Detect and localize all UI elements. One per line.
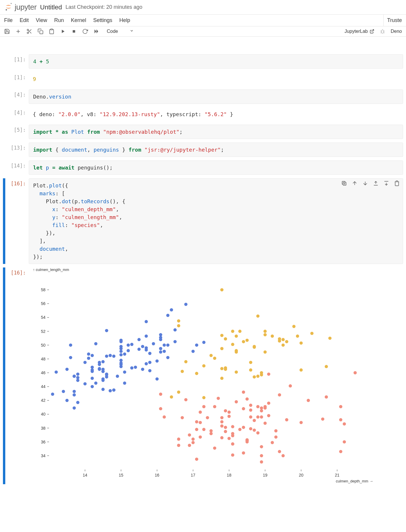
svg-text:34: 34	[41, 453, 45, 458]
menu-kernel[interactable]: Kernel	[71, 17, 86, 23]
svg-text:46: 46	[41, 370, 45, 375]
svg-point-306	[91, 385, 94, 388]
code-input[interactable]: Plot.plot({ marks: [ Plot.dot(p.toRecord…	[29, 178, 403, 264]
menu-view[interactable]: View	[36, 17, 47, 23]
svg-point-195	[184, 360, 187, 363]
svg-point-172	[202, 364, 205, 367]
code-input[interactable]: import * as Plot from "npm:@observablehq…	[29, 125, 403, 139]
code-input[interactable]: 4 + 5	[29, 54, 403, 69]
logo[interactable]: jupyter	[4, 2, 37, 12]
menu-run[interactable]: Run	[54, 17, 64, 23]
menu-file[interactable]: File	[4, 17, 13, 23]
svg-point-171	[310, 332, 314, 335]
svg-point-158	[260, 460, 263, 464]
svg-point-307	[119, 353, 123, 356]
code-input[interactable]: Deno.version	[29, 89, 403, 104]
output-prompt: [16]:	[5, 267, 29, 276]
move-down-icon[interactable]	[362, 180, 368, 186]
svg-rect-10	[51, 29, 53, 30]
svg-point-104	[300, 421, 303, 424]
svg-point-304	[98, 368, 101, 371]
svg-point-174	[195, 372, 198, 375]
svg-point-144	[213, 446, 216, 450]
code-input[interactable]: import { document, penguins } from "jsr:…	[29, 143, 403, 157]
cell-type-selector[interactable]: Code	[104, 28, 136, 35]
delete-icon[interactable]	[394, 180, 400, 186]
input-prompt: [5]:	[5, 125, 29, 133]
chevron-down-icon	[130, 29, 134, 34]
svg-point-156	[242, 426, 245, 429]
move-up-icon[interactable]	[352, 180, 358, 186]
svg-point-123	[209, 429, 213, 433]
svg-point-125	[177, 438, 180, 441]
svg-point-128	[339, 405, 342, 408]
svg-point-117	[217, 397, 220, 400]
svg-point-73	[321, 417, 324, 421]
code-cell[interactable]: [5]: import * as Plot from "npm:@observa…	[3, 125, 403, 139]
cell-toolbar	[341, 180, 400, 186]
svg-text:40: 40	[41, 412, 45, 416]
save-icon[interactable]	[4, 28, 10, 34]
svg-point-100	[220, 416, 224, 419]
svg-point-83	[220, 436, 224, 439]
code-cell[interactable]: [4]: Deno.version	[3, 89, 403, 104]
svg-point-201	[224, 337, 227, 340]
svg-point-113	[256, 415, 260, 419]
input-prompt: [16]:	[5, 178, 29, 187]
svg-point-248	[119, 350, 123, 353]
svg-text:19: 19	[263, 473, 268, 477]
notebook-title[interactable]: Untitled	[40, 4, 62, 11]
code-cell[interactable]: [16]: Plot.plot({ marks: [ Plot.dot(p.to…	[3, 178, 403, 264]
y-axis-label: ↑ culmen_length_mm	[33, 267, 403, 272]
svg-text:38: 38	[41, 426, 45, 431]
svg-point-105	[246, 397, 249, 401]
cut-icon[interactable]	[26, 28, 32, 34]
paste-icon[interactable]	[49, 28, 55, 34]
svg-point-223	[72, 406, 76, 410]
menu-help[interactable]: Help	[119, 17, 130, 23]
svg-point-216	[127, 343, 130, 347]
svg-text:54: 54	[41, 315, 45, 320]
svg-point-166	[235, 370, 238, 374]
copy-icon[interactable]	[38, 28, 43, 34]
svg-point-170	[220, 367, 224, 370]
output-cell: [16]: ↑ culmen_length_mm 343638404244464…	[3, 267, 403, 484]
svg-point-106	[274, 429, 278, 433]
input-prompt: [14]:	[5, 160, 29, 169]
svg-point-70	[206, 416, 209, 419]
stop-icon[interactable]	[71, 28, 77, 34]
svg-text:36: 36	[41, 440, 45, 444]
run-icon[interactable]	[60, 28, 66, 34]
svg-point-81	[343, 422, 346, 426]
svg-point-181	[209, 354, 213, 357]
svg-text:18: 18	[227, 473, 231, 477]
bug-icon[interactable]	[380, 28, 385, 34]
notebook: [1]: 4 + 5 [1]: 9 [4]: Deno.version [4]:…	[0, 37, 406, 494]
svg-point-292	[87, 357, 90, 360]
svg-marker-11	[62, 30, 65, 33]
code-cell[interactable]: [1]: 4 + 5	[3, 54, 403, 69]
menu-settings[interactable]: Settings	[93, 17, 112, 23]
kernel-name[interactable]: Deno	[391, 29, 402, 34]
restart-icon[interactable]	[82, 28, 88, 34]
duplicate-icon[interactable]	[341, 180, 347, 186]
jupyterlab-link[interactable]: JupyterLab	[345, 29, 374, 34]
svg-point-97	[260, 409, 263, 412]
add-cell-icon[interactable]	[15, 28, 21, 34]
svg-point-233	[94, 342, 97, 345]
output-prompt: [1]:	[5, 72, 29, 80]
menu-edit[interactable]: Edit	[20, 17, 29, 23]
code-cell[interactable]: [14]: let p = await penguins();	[3, 160, 403, 175]
trusted-indicator[interactable]: Truste	[383, 15, 402, 26]
svg-point-215	[87, 353, 90, 356]
svg-point-159	[242, 391, 245, 394]
code-cell[interactable]: [13]: import { document, penguins } from…	[3, 143, 403, 157]
svg-point-95	[224, 409, 227, 412]
run-all-icon[interactable]	[93, 28, 99, 34]
insert-above-icon[interactable]	[373, 180, 379, 186]
code-input[interactable]: let p = await penguins();	[29, 160, 403, 175]
insert-below-icon[interactable]	[383, 180, 389, 186]
svg-point-287	[98, 363, 101, 366]
svg-point-157	[199, 411, 202, 414]
svg-point-101	[260, 406, 263, 410]
